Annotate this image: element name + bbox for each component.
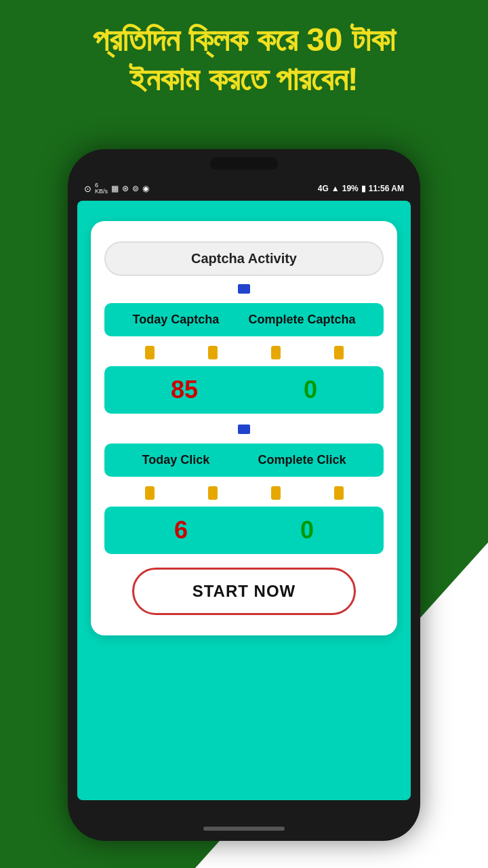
phone-notch [210,157,278,170]
today-click-label: Today Click [142,453,210,467]
status-icons-left: ⊙ 6KB/s ▦ ⊛ ⊚ ◉ [84,182,149,195]
battery-text: 19% [342,184,359,193]
dot-6 [208,486,218,500]
location-icon: ◉ [142,184,149,193]
captcha-activity-title: Captcha Activity [104,241,384,276]
complete-captcha-label: Complete Captcha [248,313,355,327]
battery-icon: ▮ [361,184,366,193]
messenger-icon: ⊛ [122,184,129,193]
status-bar: ⊙ 6KB/s ▦ ⊛ ⊚ ◉ 4G ▲ 19% ▮ 11:56 AM [77,176,411,201]
today-captcha-label: Today Captcha [133,313,220,327]
complete-captcha-value: 0 [304,376,317,404]
today-captcha-value: 85 [171,376,198,404]
whatsapp-icon: ⊙ [84,184,92,194]
dot-5 [145,486,155,500]
gallery-icon: ▦ [111,184,119,193]
status-icons-right: 4G ▲ 19% ▮ 11:56 AM [318,184,404,193]
start-now-button[interactable]: START NOW [132,568,356,615]
blue-indicator-2 [238,425,250,434]
phone-bottom-bar [203,827,285,831]
dot-2 [208,346,218,359]
header-section: প্রতিদিন ক্লিক করে 30 টাকা ইনকাম করতে পা… [0,20,488,98]
network-text: 4G [318,184,329,193]
data-speed-text: 6KB/s [95,182,108,195]
app-card: Captcha Activity Today Captcha Complete … [91,221,397,635]
dots-row-2 [104,482,384,504]
dot-7 [271,486,281,500]
dots-row-1 [104,342,384,363]
dot-1 [145,346,155,359]
captcha-labels-row: Today Captcha Complete Captcha [104,303,384,336]
signal-icon: ▲ [331,184,340,193]
blue-indicator-1 [238,284,250,294]
phone-screen: Captcha Activity Today Captcha Complete … [77,201,411,800]
complete-click-value: 0 [300,516,314,545]
header-line2: ইনকাম করতে পারবেন! [14,60,474,99]
dot-8 [334,486,344,500]
click-values-row: 6 0 [104,507,384,554]
captcha-values-row: 85 0 [104,366,384,414]
time-display: 11:56 AM [369,184,404,193]
phone-frame: ⊙ 6KB/s ▦ ⊛ ⊚ ◉ 4G ▲ 19% ▮ 11:56 AM Capt… [68,149,420,841]
complete-click-label: Complete Click [258,453,346,467]
header-line1: প্রতিদিন ক্লিক করে 30 টাকা [14,20,474,60]
dot-4 [334,346,344,359]
today-click-value: 6 [174,516,188,545]
dot-3 [271,346,281,359]
messenger2-icon: ⊚ [132,184,139,193]
click-labels-row: Today Click Complete Click [104,443,384,477]
